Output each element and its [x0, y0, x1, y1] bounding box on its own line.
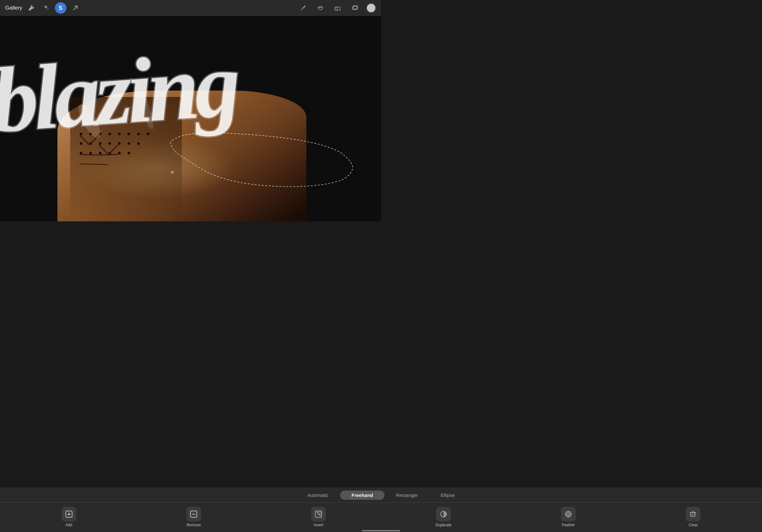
gallery-button[interactable]: Gallery	[5, 5, 22, 11]
wrench-button[interactable]	[26, 2, 37, 14]
svg-line-8	[89, 135, 99, 145]
color-picker[interactable]	[366, 3, 376, 13]
pen-tool-button[interactable]	[297, 2, 309, 14]
svg-rect-3	[335, 7, 340, 10]
top-bar: Gallery S	[0, 0, 381, 16]
svg-line-13	[80, 164, 109, 165]
svg-line-9	[99, 145, 109, 154]
svg-point-2	[318, 6, 323, 10]
svg-point-1	[44, 6, 44, 6]
layers-button[interactable]	[349, 2, 360, 14]
svg-line-7	[80, 135, 89, 145]
svg-rect-4	[335, 7, 337, 10]
s-button[interactable]: S	[55, 2, 66, 14]
svg-point-0	[47, 9, 48, 10]
svg-line-10	[109, 145, 118, 154]
smudge-tool-button[interactable]	[315, 2, 326, 14]
svg-line-11	[80, 154, 99, 155]
arrow-button[interactable]	[70, 2, 81, 14]
top-bar-right	[297, 2, 376, 14]
boot-image	[51, 84, 313, 221]
eraser-tool-button[interactable]	[332, 2, 343, 14]
canvas-area[interactable]: blazing	[0, 16, 381, 221]
svg-line-12	[99, 154, 118, 155]
top-bar-left: Gallery S	[5, 2, 81, 14]
magic-button[interactable]	[40, 2, 52, 14]
